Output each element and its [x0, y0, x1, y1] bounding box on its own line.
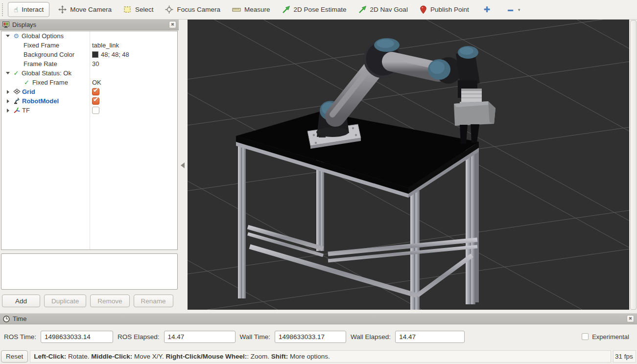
toolbar-grip[interactable] — [2, 3, 5, 16]
remove-tool-button[interactable]: ▬ ▾ — [502, 2, 526, 17]
displays-panel: Displays ✖ ⚙ Global Options Fixed Frame … — [0, 20, 179, 310]
main-area: Displays ✖ ⚙ Global Options Fixed Frame … — [0, 20, 637, 313]
rename-button[interactable]: Rename — [134, 295, 173, 307]
publish-point-tool-button[interactable]: Publish Point — [414, 2, 475, 17]
measure-tool-button[interactable]: Measure — [226, 2, 276, 17]
time-panel-body: ROS Time: ROS Elapsed: Wall Time: Wall E… — [0, 324, 637, 349]
chevron-down-icon: ▾ — [518, 7, 520, 12]
move-camera-icon — [58, 5, 67, 14]
wall-elapsed-label: Wall Elapsed: — [351, 333, 391, 341]
displays-tree: ⚙ Global Options Fixed Frame table_link … — [1, 31, 178, 250]
tf-axes-icon — [12, 107, 21, 114]
remove-button[interactable]: Remove — [90, 295, 129, 307]
displays-panel-header[interactable]: Displays ✖ — [0, 20, 179, 30]
tf-enabled-checkbox[interactable] — [92, 107, 99, 114]
displays-button-row: Add Duplicate Remove Rename — [0, 290, 179, 307]
green-arrow-icon — [282, 5, 290, 14]
mouse-help-text: Left-Click: Rotate. Middle-Click: Move X… — [30, 350, 611, 363]
interact-tool-button[interactable]: ☝ Interact — [8, 2, 49, 17]
right-panel-handle[interactable] — [629, 20, 637, 310]
tree-row-global-status[interactable]: ✓ Global Status: Ok — [1, 68, 177, 78]
expand-arrow[interactable] — [6, 35, 10, 37]
add-tool-button[interactable]: ✚ — [478, 2, 496, 17]
robot-model-icon — [12, 97, 21, 105]
experimental-label: Experimental — [592, 333, 629, 341]
wall-elapsed-input[interactable] — [395, 331, 465, 343]
plus-icon: ✚ — [484, 6, 490, 14]
gear-icon: ⚙ — [12, 33, 21, 39]
focus-camera-icon — [165, 5, 173, 14]
duplicate-button[interactable]: Duplicate — [44, 295, 86, 307]
clock-icon — [3, 316, 10, 322]
tree-row-grid[interactable]: Grid — [1, 87, 177, 96]
status-ok-check-icon: ✓ — [1, 79, 29, 86]
displays-panel-title: Displays — [12, 21, 166, 28]
measure-ruler-icon — [232, 6, 241, 13]
tree-row-global-options[interactable]: ⚙ Global Options — [1, 31, 177, 41]
green-arrow-icon — [358, 5, 367, 14]
expand-arrow[interactable] — [6, 72, 10, 74]
wall-time-input[interactable] — [275, 331, 346, 343]
fps-counter: 31 fps — [613, 350, 636, 363]
expand-arrow[interactable] — [7, 109, 9, 113]
fixed-frame-value[interactable]: table_link — [92, 42, 119, 49]
experimental-checkbox[interactable] — [582, 333, 589, 340]
tree-row-frame-rate[interactable]: Frame Rate 30 — [1, 59, 177, 68]
pose-estimate-tool-button[interactable]: 2D Pose Estimate — [276, 2, 353, 17]
tree-row-background-color[interactable]: Background Color 48; 48; 48 — [1, 50, 177, 59]
panel-splitter[interactable] — [179, 20, 188, 310]
3d-viewport[interactable] — [188, 20, 629, 310]
minus-icon: ▬ — [508, 7, 513, 12]
ros-time-label: ROS Time: — [4, 333, 36, 341]
background-color-value[interactable]: 48; 48; 48 — [101, 51, 129, 58]
3d-scene — [188, 20, 629, 310]
tree-row-fixed-frame[interactable]: Fixed Frame table_link — [1, 41, 177, 50]
expand-arrow[interactable] — [7, 99, 9, 103]
close-icon[interactable]: ✖ — [627, 315, 634, 322]
status-ok-check-icon: ✓ — [12, 70, 21, 76]
toolbar: ☝ Interact Move Camera Select Focus Cam — [0, 0, 637, 20]
collapse-left-icon[interactable] — [181, 162, 185, 168]
status-value: OK — [92, 79, 101, 86]
robot-model-enabled-checkbox[interactable] — [92, 97, 99, 105]
add-button[interactable]: Add — [2, 295, 40, 307]
hand-pointer-icon: ☝ — [14, 6, 18, 13]
displays-monitor-icon — [2, 22, 9, 28]
reset-button[interactable]: Reset — [1, 350, 28, 363]
grid-display-icon — [12, 89, 21, 95]
expand-arrow[interactable] — [7, 90, 9, 94]
close-icon[interactable]: ✖ — [169, 21, 176, 28]
tree-row-robot-model[interactable]: RobotModel — [1, 96, 177, 106]
ros-elapsed-input[interactable] — [164, 331, 236, 343]
nav-goal-tool-button[interactable]: 2D Nav Goal — [353, 2, 414, 17]
tree-row-tf[interactable]: TF — [1, 106, 177, 115]
display-description-box — [1, 253, 178, 290]
select-icon — [123, 5, 132, 14]
focus-camera-tool-button[interactable]: Focus Camera — [159, 2, 226, 17]
time-panel-title: Time — [13, 315, 624, 322]
frame-rate-value[interactable]: 30 — [92, 60, 99, 68]
time-panel-header[interactable]: Time ✖ — [0, 313, 637, 324]
ros-time-input[interactable] — [41, 331, 113, 343]
select-tool-button[interactable]: Select — [118, 2, 160, 17]
color-swatch[interactable] — [92, 51, 98, 58]
move-camera-tool-button[interactable]: Move Camera — [52, 2, 118, 17]
map-pin-icon — [420, 5, 427, 14]
ros-elapsed-label: ROS Elapsed: — [118, 333, 160, 341]
grid-enabled-checkbox[interactable] — [92, 88, 99, 95]
status-bar: Reset Left-Click: Rotate. Middle-Click: … — [0, 349, 637, 364]
wall-time-label: Wall Time: — [240, 333, 271, 341]
tree-row-status-fixed-frame[interactable]: ✓ Fixed Frame OK — [1, 78, 177, 87]
